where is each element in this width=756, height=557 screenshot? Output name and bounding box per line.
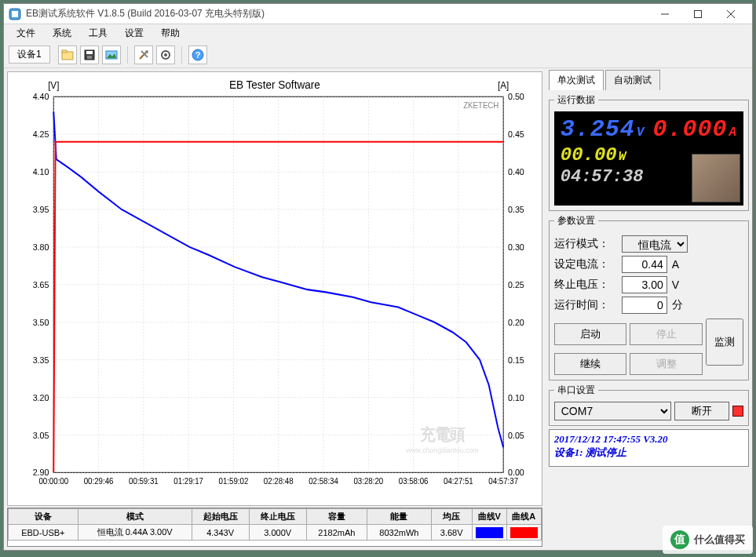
- separator: [181, 46, 182, 64]
- th-startV: 起始电压: [192, 509, 249, 525]
- maximize-button[interactable]: [681, 5, 714, 24]
- current-swatch: [510, 527, 538, 538]
- svg-text:0.05: 0.05: [508, 430, 524, 439]
- svg-text:0.10: 0.10: [508, 392, 524, 402]
- set-current-input[interactable]: [622, 256, 667, 273]
- td-startV: 4.343V: [192, 525, 249, 541]
- adjust-button[interactable]: 调整: [630, 353, 703, 375]
- menu-system[interactable]: 系统: [45, 25, 79, 42]
- svg-text:3.95: 3.95: [33, 205, 49, 214]
- svg-text:充電頭: 充電頭: [419, 425, 466, 443]
- svg-text:03:58:06: 03:58:06: [399, 477, 429, 486]
- svg-text:0.20: 0.20: [508, 318, 524, 327]
- voltage-swatch: [476, 527, 503, 538]
- svg-rect-1: [12, 11, 18, 17]
- menu-help[interactable]: 帮助: [153, 25, 188, 42]
- help-icon[interactable]: ?: [188, 46, 207, 64]
- lcd-thumbnail: [692, 154, 740, 202]
- separator: [127, 46, 128, 64]
- settings-icon[interactable]: [156, 46, 175, 64]
- svg-text:[V]: [V]: [48, 79, 59, 90]
- table-header-row: 设备 模式 起始电压 终止电压 容量 能量 均压 曲线V 曲线A: [9, 509, 542, 525]
- td-curveV: [472, 525, 506, 541]
- svg-text:00:00:00: 00:00:00: [38, 477, 68, 486]
- set-current-label: 设定电流：: [554, 257, 617, 271]
- svg-rect-7: [62, 50, 67, 53]
- run-time-unit: 分: [672, 298, 686, 312]
- stop-voltage-input[interactable]: [622, 276, 667, 293]
- lcd-display: 3.254V 0.000A 00.00W 04:57:38: [554, 111, 743, 206]
- lcd-voltage: 3.254V: [561, 116, 645, 143]
- th-endV: 终止电压: [249, 509, 306, 525]
- menu-file[interactable]: 文件: [9, 25, 43, 42]
- svg-text:0.45: 0.45: [508, 129, 524, 139]
- status-line-2: 设备1: 测试停止: [554, 446, 743, 460]
- start-button[interactable]: 启动: [554, 323, 627, 345]
- tab-auto-test[interactable]: 自动测试: [605, 70, 660, 90]
- app-icon: [9, 8, 21, 20]
- svg-text:3.80: 3.80: [33, 242, 49, 252]
- status-log: 2017/12/12 17:47:55 V3.20 设备1: 测试停止: [549, 429, 749, 467]
- th-curveV: 曲线V: [472, 509, 506, 525]
- svg-text:02:58:34: 02:58:34: [309, 477, 338, 486]
- lcd-time: 04:57:38: [561, 167, 644, 187]
- minimize-button[interactable]: [648, 5, 681, 24]
- tab-single-test[interactable]: 单次测试: [549, 70, 604, 90]
- svg-text:4.25: 4.25: [33, 129, 49, 139]
- stop-voltage-unit: V: [672, 278, 686, 291]
- watermark-badge-icon: 值: [670, 530, 689, 549]
- close-button[interactable]: [714, 5, 747, 24]
- toolbar: 设备1 ?: [4, 42, 752, 68]
- svg-text:04:57:37: 04:57:37: [488, 477, 518, 486]
- th-capacity: 容量: [306, 509, 367, 525]
- svg-text:3.65: 3.65: [33, 280, 49, 289]
- run-time-input[interactable]: [622, 297, 667, 314]
- monitor-button[interactable]: 监测: [706, 319, 743, 366]
- svg-text:EB Tester Software: EB Tester Software: [229, 78, 320, 91]
- td-device: EBD-USB+: [9, 525, 79, 541]
- svg-text:www.chongdiantou.com: www.chongdiantou.com: [405, 446, 478, 454]
- svg-text:00:59:31: 00:59:31: [129, 477, 159, 486]
- runtime-legend: 运行数据: [554, 93, 598, 107]
- svg-text:0.40: 0.40: [508, 167, 524, 177]
- svg-text:3.50: 3.50: [33, 318, 49, 327]
- td-avgV: 3.68V: [431, 525, 472, 541]
- stop-button[interactable]: 停止: [630, 323, 703, 345]
- table-row[interactable]: EBD-USB+ 恒电流 0.44A 3.00V 4.343V 3.000V 2…: [9, 525, 542, 541]
- svg-text:[A]: [A]: [498, 79, 509, 90]
- svg-text:0.15: 0.15: [508, 355, 524, 364]
- svg-text:0.35: 0.35: [508, 205, 524, 214]
- svg-text:?: ?: [195, 50, 200, 60]
- serial-group: 串口设置 COM7 断开: [549, 384, 749, 426]
- td-endV: 3.000V: [249, 525, 306, 541]
- right-pane: 单次测试 自动测试 运行数据 3.254V 0.000A 00.00W 04:5…: [546, 68, 752, 550]
- mode-select[interactable]: 恒电流: [622, 235, 688, 253]
- svg-text:4.10: 4.10: [33, 167, 49, 177]
- image-icon[interactable]: [102, 46, 121, 64]
- save-icon[interactable]: [80, 46, 99, 64]
- chart-box: 2.900.003.050.053.200.103.350.153.500.20…: [7, 71, 542, 506]
- menu-tools[interactable]: 工具: [81, 25, 115, 42]
- com-port-select[interactable]: COM7: [554, 402, 671, 420]
- continue-button[interactable]: 继续: [554, 353, 627, 375]
- td-mode: 恒电流 0.44A 3.00V: [78, 525, 192, 541]
- window-title: EB测试系统软件 V1.8.5 (Build 2016-03-07 充电头特别版…: [26, 7, 644, 20]
- device-label[interactable]: 设备1: [9, 46, 50, 64]
- test-tabs: 单次测试 自动测试: [549, 71, 749, 90]
- th-energy: 能量: [367, 509, 432, 525]
- tools-icon[interactable]: [134, 46, 153, 64]
- titlebar: EB测试系统软件 V1.8.5 (Build 2016-03-07 充电头特别版…: [4, 4, 752, 24]
- disconnect-button[interactable]: 断开: [674, 402, 729, 420]
- params-group: 参数设置 运行模式： 恒电流 设定电流： A 终止电压： V 运行时间：: [549, 214, 749, 380]
- run-time-label: 运行时间：: [554, 298, 617, 312]
- serial-legend: 串口设置: [554, 384, 598, 397]
- td-energy: 8032mWh: [367, 525, 432, 541]
- open-icon[interactable]: [58, 46, 77, 64]
- svg-rect-9: [86, 51, 93, 54]
- svg-text:01:29:17: 01:29:17: [173, 477, 203, 486]
- svg-point-17: [164, 53, 167, 56]
- th-avgV: 均压: [431, 509, 472, 525]
- menu-settings[interactable]: 设置: [117, 25, 152, 42]
- content: 2.900.003.050.053.200.103.350.153.500.20…: [4, 68, 752, 550]
- svg-rect-10: [87, 56, 92, 59]
